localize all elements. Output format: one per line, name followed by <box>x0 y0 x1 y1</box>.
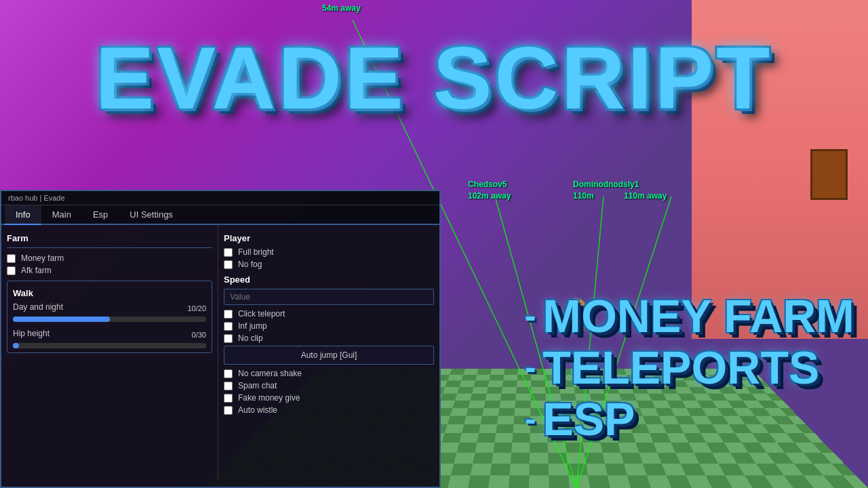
auto-wistle-checkbox[interactable] <box>224 406 233 415</box>
label-money-farm: MONEY FARM <box>542 293 854 339</box>
day-night-label: Day and night <box>13 302 63 312</box>
breadcrumb: rbao hub | Evade <box>1 191 439 205</box>
inf-jump-checkbox[interactable] <box>224 322 233 331</box>
feature-money-farm: - MONEY FARM <box>525 293 854 339</box>
no-camera-shake-checkbox[interactable] <box>224 369 233 378</box>
money-farm-label: Money farm <box>21 253 64 263</box>
extra-section: No camera shake Spam chat Fake money giv… <box>224 369 434 415</box>
spam-chat-label: Spam chat <box>238 381 277 390</box>
money-farm-row: Money farm <box>7 253 212 263</box>
farm-title: Farm <box>7 233 212 243</box>
game-door <box>810 149 848 200</box>
spam-chat-checkbox[interactable] <box>224 382 233 390</box>
player-title: Player <box>224 233 434 243</box>
player-section: Player Full bright No fog <box>224 233 434 269</box>
no-camera-shake-row: No camera shake <box>224 369 434 378</box>
day-night-fill <box>13 317 110 322</box>
panel-content: Farm Money farm Afk farm Walk Day and ni… <box>1 225 439 480</box>
tab-main[interactable]: Main <box>41 205 82 225</box>
day-night-slider-group: Day and night 10/20 <box>13 302 206 322</box>
no-fog-checkbox[interactable] <box>224 260 233 269</box>
spam-chat-row: Spam chat <box>224 381 434 390</box>
label-esp: ESP <box>542 396 635 442</box>
inf-jump-row: Inf jump <box>224 321 434 331</box>
auto-wistle-row: Auto wistle <box>224 405 434 415</box>
afk-farm-row: Afk farm <box>7 266 212 275</box>
no-fog-label: No fog <box>238 260 262 269</box>
full-bright-label: Full bright <box>238 247 274 257</box>
feature-esp: - ESP <box>525 396 854 442</box>
hip-height-group: Hip height 0/30 <box>13 329 206 348</box>
hip-height-fill <box>13 343 19 348</box>
tab-esp[interactable]: Esp <box>82 205 119 225</box>
distance-domino2: 110m away <box>624 191 667 201</box>
feature-teleports: - TELEPORTS <box>525 344 854 390</box>
walk-title: Walk <box>13 288 206 298</box>
title-section: EVADE SCRIPT <box>0 0 868 156</box>
no-clip-checkbox[interactable] <box>224 334 233 343</box>
distance-domino: 110m <box>573 191 594 201</box>
right-column: Player Full bright No fog Speed Click te… <box>218 225 439 480</box>
fake-money-row: Fake money give <box>224 393 434 403</box>
day-night-value: 10/20 <box>187 304 206 312</box>
click-teleport-checkbox[interactable] <box>224 310 233 319</box>
speed-input[interactable] <box>224 289 434 305</box>
click-teleport-row: Click teleport <box>224 309 434 319</box>
dash-2: - <box>525 350 536 384</box>
money-farm-checkbox[interactable] <box>7 254 16 263</box>
tab-ui-settings[interactable]: UI Settings <box>119 205 184 225</box>
day-night-row: Day and night 10/20 <box>13 302 206 314</box>
hip-height-label: Hip height <box>13 329 50 338</box>
label-teleports: TELEPORTS <box>542 344 819 390</box>
tab-info[interactable]: Info <box>5 205 41 225</box>
farm-section: Farm Money farm Afk farm <box>7 233 212 275</box>
feature-list: - MONEY FARM - TELEPORTS - ESP <box>525 293 854 447</box>
distance-chedsov: 102m away <box>468 191 511 201</box>
speed-section: Speed Click teleport Inf jump No clip <box>224 274 434 343</box>
auto-jump-button[interactable]: Auto jump [Gui] <box>224 346 434 365</box>
no-clip-row: No clip <box>224 333 434 343</box>
inf-jump-label: Inf jump <box>238 321 267 331</box>
no-camera-shake-label: No camera shake <box>238 369 302 378</box>
player-label-domino: Dominodnodsly1 <box>573 180 639 189</box>
breadcrumb-text: rbao hub | Evade <box>8 194 65 202</box>
click-teleport-label: Click teleport <box>238 309 285 319</box>
full-bright-row: Full bright <box>224 247 434 257</box>
walk-section: Walk Day and night 10/20 Hip height 0/30 <box>7 281 212 353</box>
tab-bar: Info Main Esp UI Settings <box>1 205 439 225</box>
auto-wistle-label: Auto wistle <box>238 405 277 415</box>
speed-title: Speed <box>224 274 434 285</box>
hip-height-bar[interactable] <box>13 343 206 348</box>
fake-money-checkbox[interactable] <box>224 394 233 403</box>
main-title: EVADE SCRIPT <box>81 27 786 129</box>
full-bright-checkbox[interactable] <box>224 248 233 257</box>
left-column: Farm Money farm Afk farm Walk Day and ni… <box>1 225 218 480</box>
hip-height-row: Hip height 0/30 <box>13 329 206 341</box>
dash-1: - <box>525 299 536 333</box>
dash-3: - <box>525 402 536 436</box>
afk-farm-label: Afk farm <box>21 266 52 275</box>
day-night-bar[interactable] <box>13 317 206 322</box>
gui-panel: rbao hub | Evade Info Main Esp UI Settin… <box>0 190 441 488</box>
hip-height-value: 0/30 <box>192 331 206 339</box>
player-label-chedsov: Chedsov5 <box>468 180 507 189</box>
no-fog-row: No fog <box>224 260 434 269</box>
no-clip-label: No clip <box>238 333 263 343</box>
afk-farm-checkbox[interactable] <box>7 266 16 275</box>
fake-money-label: Fake money give <box>238 393 300 403</box>
farm-divider <box>7 247 212 248</box>
